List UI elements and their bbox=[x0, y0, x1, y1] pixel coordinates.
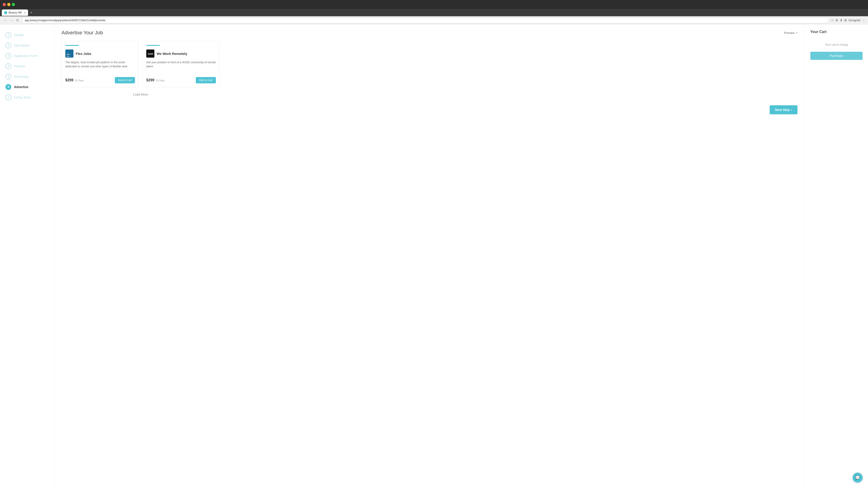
sidebar-label-hiring-team: Hiring Team bbox=[14, 96, 31, 99]
wwr-footer: $299 30 Days Add to Cart bbox=[146, 77, 216, 84]
next-step-btn[interactable]: Next Step › bbox=[770, 105, 798, 114]
card-header-flexjobs: flex jobs Flex Jobs bbox=[65, 50, 135, 58]
page-header: Advertise Your Job Preview ↗ bbox=[61, 30, 798, 36]
tab-close-btn[interactable]: ✕ bbox=[24, 11, 26, 14]
svg-text:flex: flex bbox=[67, 53, 70, 55]
bookmark-btn[interactable]: ☆ bbox=[831, 19, 834, 22]
flexjobs-name: Flex Jobs bbox=[76, 52, 91, 56]
chat-icon: 💬 bbox=[855, 475, 860, 480]
wwr-logo-svg: WWR bbox=[147, 50, 154, 57]
cart-title: Your Cart bbox=[810, 30, 863, 34]
wwr-price: $299 30 Days bbox=[146, 78, 165, 82]
sidebar-label-application-form: Application Form bbox=[14, 54, 38, 58]
sidebar-item-application-form[interactable]: 3 Application Form bbox=[0, 51, 54, 61]
flexjobs-price: $299 30 Days bbox=[65, 78, 84, 82]
step-circle-4: 4 bbox=[5, 63, 11, 69]
card-top-bar-flexjobs bbox=[65, 45, 79, 46]
wwr-name: We Work Remotely bbox=[157, 52, 187, 56]
app-container: 1 Details 2 Description 3 Application Fo… bbox=[0, 24, 868, 488]
load-more-section: Load More bbox=[61, 93, 220, 96]
svg-text:WWR: WWR bbox=[148, 53, 153, 55]
new-tab-btn[interactable]: + bbox=[29, 11, 34, 15]
address-bar[interactable]: app.breezy.hr/app/c/moodjoy/positions/59… bbox=[22, 18, 829, 23]
extensions-btn[interactable]: ⚙ bbox=[835, 19, 838, 22]
nav-back-btn[interactable]: ← bbox=[3, 18, 7, 23]
nav-actions: ☆ ⚙ ⬇ ⊞ Incognito ⋮ bbox=[831, 19, 865, 22]
sidebar-label-advertise: Advertise bbox=[14, 85, 29, 89]
sidebar: 1 Details 2 Description 3 Application Fo… bbox=[0, 24, 54, 488]
flexjobs-add-to-cart-btn[interactable]: Add to Cart bbox=[115, 77, 135, 84]
job-cards-grid: flex jobs Flex Jobs The largest, most tr… bbox=[61, 41, 220, 87]
main-content: Advertise Your Job Preview ↗ bbox=[54, 24, 805, 488]
external-link-icon: ↗ bbox=[796, 31, 798, 34]
tab-favicon bbox=[4, 11, 7, 14]
step-circle-3: 3 bbox=[5, 53, 11, 59]
tab-bar: Breezy HR ✕ + bbox=[0, 9, 868, 16]
tab-title: Breezy HR bbox=[8, 11, 22, 14]
purchase-btn[interactable]: Purchase bbox=[810, 52, 863, 60]
window-minimize-btn[interactable] bbox=[7, 3, 10, 6]
window-close-btn[interactable] bbox=[3, 3, 6, 6]
sidebar-label-description: Description bbox=[14, 43, 30, 47]
job-card-wwr: WWR We Work Remotely Get your position i… bbox=[143, 41, 220, 87]
next-step-container: Next Step › bbox=[61, 105, 798, 114]
address-text: app.breezy.hr/app/c/moodjoy/positions/59… bbox=[25, 19, 826, 22]
preview-link[interactable]: Preview ↗ bbox=[784, 31, 798, 35]
sidebar-label-details: Details bbox=[14, 33, 24, 37]
content-area: Advertise Your Job Preview ↗ bbox=[54, 24, 868, 488]
wwr-duration: 30 Days bbox=[156, 79, 165, 82]
wwr-add-to-cart-btn[interactable]: Add to Cart bbox=[196, 77, 216, 84]
cart-empty-message: Your cart is empty bbox=[810, 43, 863, 46]
wwr-desc: Get your position in front of a HUGE com… bbox=[146, 60, 216, 72]
sidebar-item-hiring-team[interactable]: 7 Hiring Team bbox=[0, 92, 54, 103]
flexjobs-duration: 30 Days bbox=[75, 79, 84, 82]
preview-link-label: Preview bbox=[784, 31, 795, 35]
flexjobs-logo-svg: flex jobs bbox=[66, 50, 73, 57]
cart-panel: Your Cart Your cart is empty Purchase bbox=[805, 24, 868, 488]
next-step-arrow: › bbox=[791, 108, 792, 111]
download-btn[interactable]: ⬇ bbox=[840, 19, 842, 22]
menu-btn[interactable]: ⋮ bbox=[862, 19, 865, 22]
chat-bubble[interactable]: 💬 bbox=[852, 473, 863, 483]
card-top-bar-wwr bbox=[146, 45, 160, 46]
window-maximize-btn[interactable] bbox=[12, 3, 15, 6]
sidebar-item-screening[interactable]: 5 Screening bbox=[0, 71, 54, 82]
sidebar-item-description[interactable]: 2 Description bbox=[0, 40, 54, 51]
svg-text:jobs: jobs bbox=[66, 56, 70, 57]
wwr-price-val: $299 bbox=[146, 78, 154, 82]
browser-tab[interactable]: Breezy HR ✕ bbox=[2, 9, 28, 16]
step-circle-7: 7 bbox=[5, 94, 11, 100]
flexjobs-desc: The largest, most trusted job platform i… bbox=[65, 60, 135, 72]
main-with-cart: Advertise Your Job Preview ↗ bbox=[54, 24, 868, 488]
nav-bar: ← → ↻ app.breezy.hr/app/c/moodjoy/positi… bbox=[0, 16, 868, 24]
step-circle-1: 1 bbox=[5, 32, 11, 38]
step-circle-5: 5 bbox=[5, 74, 11, 79]
page-title: Advertise Your Job bbox=[61, 30, 103, 36]
incognito-label: Incognito bbox=[848, 19, 861, 22]
flexjobs-footer: $299 30 Days Add to Cart bbox=[65, 77, 135, 84]
load-more-btn[interactable]: Load More bbox=[133, 93, 148, 96]
sidebar-label-screening: Screening bbox=[14, 75, 28, 78]
flexjobs-logo: flex jobs bbox=[65, 50, 73, 58]
sidebar-item-pipeline[interactable]: 4 Pipeline bbox=[0, 61, 54, 71]
step-circle-6: 6 bbox=[5, 84, 11, 90]
sidebar-item-advertise[interactable]: 6 Advertise bbox=[0, 82, 54, 92]
job-card-flexjobs: flex jobs Flex Jobs The largest, most tr… bbox=[61, 41, 139, 87]
nav-forward-btn[interactable]: → bbox=[9, 18, 13, 23]
next-step-label: Next Step bbox=[775, 108, 790, 111]
flexjobs-price-val: $299 bbox=[65, 78, 73, 82]
split-view-btn[interactable]: ⊞ bbox=[844, 19, 847, 22]
browser-window-controls bbox=[3, 3, 15, 6]
nav-reload-btn[interactable]: ↻ bbox=[16, 18, 20, 23]
browser-chrome bbox=[0, 0, 868, 9]
step-circle-2: 2 bbox=[5, 42, 11, 48]
sidebar-item-details[interactable]: 1 Details bbox=[0, 30, 54, 40]
card-header-wwr: WWR We Work Remotely bbox=[146, 50, 216, 58]
sidebar-label-pipeline: Pipeline bbox=[14, 64, 25, 68]
wwr-logo: WWR bbox=[146, 50, 154, 58]
